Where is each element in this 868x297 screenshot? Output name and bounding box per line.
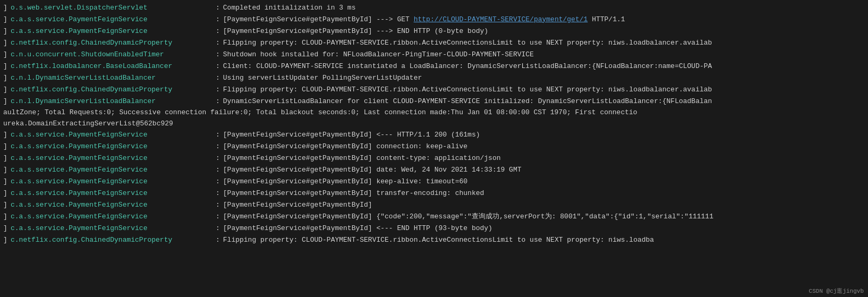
line-prefix: ] [3,3,10,14]
separator: : [216,38,220,49]
separator: : [216,49,220,61]
log-message: Flipping property: CLOUD-PAYMENT-SERVICE… [223,84,865,96]
separator: : [216,73,220,84]
separator: : [216,26,220,37]
class-name: c.a.s.service.PaymentFeignService [11,188,212,199]
log-message: [PaymentFeignService#getPaymentById] <--… [223,223,865,234]
log-message: [PaymentFeignService#getPaymentById] kee… [223,176,865,188]
log-line: ] c.n.l.DynamicServerListLoadBalancer : … [0,96,868,107]
separator: : [216,200,220,211]
log-line: ] c.a.s.service.PaymentFeignService : [P… [0,14,868,26]
log-line: ] c.n.l.DynamicServerListLoadBalancer : … [0,72,868,84]
log-message: Flipping property: CLOUD-PAYMENT-SERVICE… [223,235,865,246]
class-name: o.s.web.servlet.DispatcherServlet [11,3,212,14]
log-message: [PaymentFeignService#getPaymentById] ---… [223,26,865,37]
line-prefix: ] [3,211,10,223]
log-message: Completed initialization in 3 ms [223,3,865,14]
log-message: Using serverListUpdater PollingServerLis… [223,73,865,84]
line-prefix: ] [3,96,10,107]
line-prefix: ] [3,188,10,199]
message-pre: [PaymentFeignService#getPaymentById] ---… [223,15,414,23]
log-line: ] c.a.s.service.PaymentFeignService : [P… [0,165,868,176]
line-prefix: ] [3,176,10,188]
class-name: c.a.s.service.PaymentFeignService [11,130,212,141]
log-line: ] c.netflix.config.ChainedDynamicPropert… [0,37,868,49]
continuation-line-1: aultZone; Total Requests:0; Successive c… [0,107,868,118]
separator: : [216,3,220,14]
class-name: c.netflix.loadbalancer.BaseLoadBalancer [11,61,212,72]
class-name: c.netflix.config.ChainedDynamicProperty [11,235,212,246]
separator: : [216,96,220,107]
class-name: c.n.u.concurrent.ShutdownEnabledTimer [11,49,212,61]
log-message: [PaymentFeignService#getPaymentById] tra… [223,188,865,199]
log-message: Client: CLOUD-PAYMENT-SERVICE instantiat… [223,61,865,72]
terminal: ] o.s.web.servlet.DispatcherServlet : Co… [0,0,868,297]
log-message: [PaymentFeignService#getPaymentById] ---… [223,14,865,26]
log-message: Flipping property: CLOUD-PAYMENT-SERVICE… [223,38,865,49]
log-message: Shutdown hook installed for: NFLoadBalan… [223,49,865,61]
class-name: c.a.s.service.PaymentFeignService [11,211,212,223]
log-line: ] c.n.u.concurrent.ShutdownEnabledTimer … [0,49,868,61]
log-message: [PaymentFeignService#getPaymentById] {"c… [223,211,865,223]
line-prefix: ] [3,165,10,176]
http-link[interactable]: http://CLOUD-PAYMENT-SERVICE/payment/get… [414,15,588,23]
separator: : [216,130,220,141]
separator: : [216,223,220,234]
log-line: ] c.a.s.service.PaymentFeignService : [P… [0,130,868,141]
class-name: c.a.s.service.PaymentFeignService [11,176,212,188]
line-prefix: ] [3,223,10,234]
log-line: ] c.netflix.config.ChainedDynamicPropert… [0,235,868,247]
separator: : [216,153,220,164]
separator: : [216,141,220,152]
separator: : [216,176,220,188]
separator: : [216,235,220,246]
log-line: ] c.a.s.service.PaymentFeignService : [P… [0,200,868,211]
class-name: c.a.s.service.PaymentFeignService [11,26,212,37]
class-name: c.netflix.config.ChainedDynamicProperty [11,38,212,49]
line-prefix: ] [3,141,10,152]
log-line: ] c.netflix.loadbalancer.BaseLoadBalance… [0,61,868,72]
log-line: ] c.a.s.service.PaymentFeignService : [P… [0,188,868,200]
log-line: ] c.a.s.service.PaymentFeignService : [P… [0,176,868,188]
class-name: c.a.s.service.PaymentFeignService [11,153,212,164]
class-name: c.a.s.service.PaymentFeignService [11,223,212,234]
separator: : [216,84,220,96]
log-line: ] o.s.web.servlet.DispatcherServlet : Co… [0,2,868,14]
line-prefix: ] [3,14,10,26]
line-prefix: ] [3,235,10,246]
separator: : [216,14,220,26]
log-line: ] c.a.s.service.PaymentFeignService : [P… [0,141,868,153]
class-name: c.a.s.service.PaymentFeignService [11,165,212,176]
class-name: c.n.l.DynamicServerListLoadBalancer [11,73,212,84]
log-message: DynamicServerListLoadBalancer for client… [223,96,865,107]
class-name: c.a.s.service.PaymentFeignService [11,14,212,26]
line-prefix: ] [3,38,10,49]
log-message: [PaymentFeignService#getPaymentById] con… [223,141,865,152]
log-line: ] c.a.s.service.PaymentFeignService : [P… [0,211,868,223]
log-line: ] c.netflix.config.ChainedDynamicPropert… [0,84,868,96]
line-prefix: ] [3,26,10,37]
line-prefix: ] [3,200,10,211]
line-prefix: ] [3,61,10,72]
line-prefix: ] [3,84,10,96]
class-name: c.a.s.service.PaymentFeignService [11,200,212,211]
class-name: c.netflix.config.ChainedDynamicProperty [11,84,212,96]
class-name: c.n.l.DynamicServerListLoadBalancer [11,96,212,107]
log-line: ] c.a.s.service.PaymentFeignService : [P… [0,26,868,37]
separator: : [216,188,220,199]
separator: : [216,61,220,72]
line-prefix: ] [3,130,10,141]
separator: : [216,211,220,223]
line-prefix: ] [3,73,10,84]
class-name: c.a.s.service.PaymentFeignService [11,141,212,152]
line-prefix: ] [3,49,10,61]
separator: : [216,165,220,176]
log-line: ] c.a.s.service.PaymentFeignService : [P… [0,223,868,235]
line-prefix: ] [3,153,10,164]
log-message: [PaymentFeignService#getPaymentById] con… [223,153,865,164]
log-line: ] c.a.s.service.PaymentFeignService : [P… [0,153,868,165]
log-message: [PaymentFeignService#getPaymentById] [223,200,865,211]
log-message: [PaymentFeignService#getPaymentById] dat… [223,165,865,176]
watermark: CSDN @cj逛jingvb [809,287,864,295]
log-message: [PaymentFeignService#getPaymentById] <--… [223,130,865,141]
